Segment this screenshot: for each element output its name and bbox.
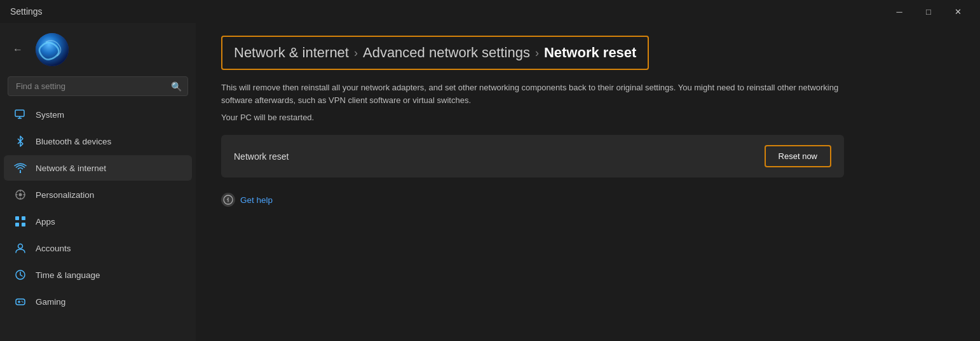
search-box: 🔍 xyxy=(8,76,188,96)
gaming-icon xyxy=(14,295,27,308)
get-help-link[interactable]: Get help xyxy=(221,193,955,207)
search-input[interactable] xyxy=(8,76,188,96)
breadcrumb-reset: Network reset xyxy=(544,45,637,61)
sidebar-item-bluetooth-label: Bluetooth & devices xyxy=(36,137,111,146)
personalization-icon xyxy=(14,188,27,201)
restart-note: Your PC will be restarted. xyxy=(221,113,955,122)
sidebar-item-accounts[interactable]: Accounts xyxy=(4,235,192,261)
avatar xyxy=(36,33,69,66)
svg-point-0 xyxy=(36,33,69,66)
sidebar-item-system[interactable]: System xyxy=(4,102,192,127)
svg-point-11 xyxy=(18,244,23,249)
sidebar-item-time-label: Time & language xyxy=(36,270,100,280)
window-controls: ─ □ ✕ xyxy=(885,1,972,22)
close-button[interactable]: ✕ xyxy=(943,1,972,22)
app-title: Settings xyxy=(10,6,43,17)
svg-rect-8 xyxy=(22,216,25,220)
sidebar-item-personalization-label: Personalization xyxy=(36,190,94,200)
sidebar-item-accounts-label: Accounts xyxy=(36,244,71,253)
main-content: Network & internet › Advanced network se… xyxy=(196,23,980,341)
sidebar-item-gaming[interactable]: Gaming xyxy=(4,289,192,314)
sidebar-item-system-label: System xyxy=(36,110,64,120)
maximize-button[interactable]: □ xyxy=(914,1,943,22)
reset-card-label: Network reset xyxy=(234,151,289,162)
breadcrumb-sep-1: › xyxy=(354,46,358,60)
sidebar: ← 🔍 xyxy=(0,23,196,341)
breadcrumb: Network & internet › Advanced network se… xyxy=(221,36,649,70)
sidebar-item-apps-label: Apps xyxy=(36,217,55,226)
sidebar-item-time[interactable]: Time & language xyxy=(4,262,192,288)
breadcrumb-network[interactable]: Network & internet xyxy=(234,45,349,61)
svg-rect-1 xyxy=(15,110,24,116)
help-icon xyxy=(221,193,235,207)
reset-card: Network reset Reset now xyxy=(221,135,844,177)
breadcrumb-advanced[interactable]: Advanced network settings xyxy=(363,45,530,61)
back-button[interactable]: ← xyxy=(10,41,25,58)
sidebar-header: ← xyxy=(0,23,196,74)
sidebar-item-apps[interactable]: Apps xyxy=(4,209,192,234)
svg-point-16 xyxy=(22,301,23,302)
svg-rect-9 xyxy=(15,223,19,226)
accounts-icon xyxy=(14,242,27,254)
svg-point-17 xyxy=(22,302,24,303)
sidebar-item-network-label: Network & internet xyxy=(36,164,106,173)
minimize-button[interactable]: ─ xyxy=(885,1,914,22)
reset-now-button[interactable]: Reset now xyxy=(765,145,831,167)
system-icon xyxy=(14,108,27,121)
sidebar-item-bluetooth[interactable]: Bluetooth & devices xyxy=(4,129,192,154)
sidebar-item-gaming-label: Gaming xyxy=(36,297,65,307)
sidebar-item-network[interactable]: Network & internet xyxy=(4,155,192,181)
svg-point-6 xyxy=(19,193,22,197)
svg-rect-7 xyxy=(15,216,19,220)
breadcrumb-sep-2: › xyxy=(535,46,539,60)
svg-point-19 xyxy=(228,198,229,199)
network-icon xyxy=(14,162,27,174)
get-help-label: Get help xyxy=(240,195,273,205)
sidebar-item-personalization[interactable]: Personalization xyxy=(4,182,192,207)
apps-icon xyxy=(14,215,27,228)
titlebar: Settings ─ □ ✕ xyxy=(0,0,980,23)
svg-rect-10 xyxy=(22,223,25,226)
app-body: ← 🔍 xyxy=(0,23,980,341)
description-text: This will remove then reinstall all your… xyxy=(221,81,844,106)
bluetooth-icon xyxy=(14,135,27,148)
time-icon xyxy=(14,268,27,281)
